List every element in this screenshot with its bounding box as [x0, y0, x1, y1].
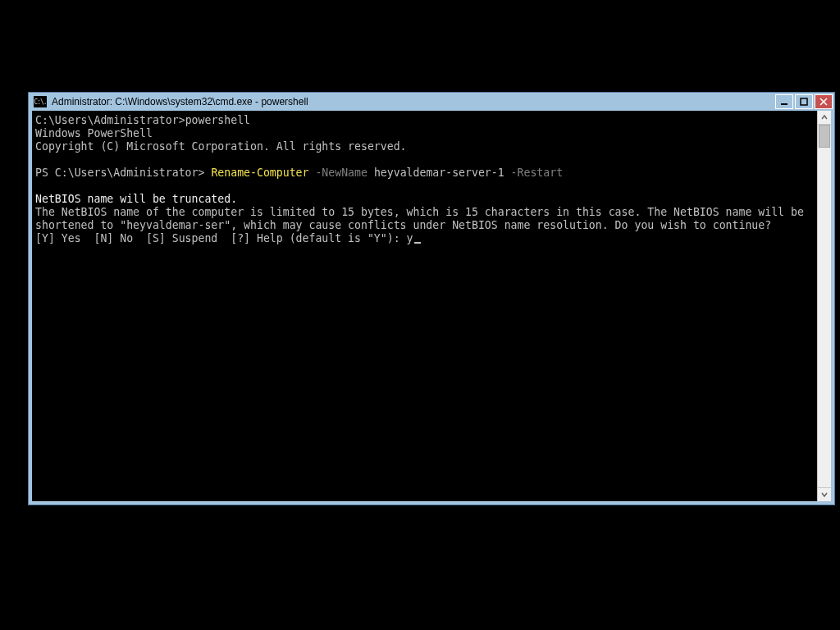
svg-rect-1	[801, 98, 807, 105]
ps-banner-1: Windows PowerShell	[35, 127, 153, 139]
svg-rect-0	[781, 103, 788, 105]
minimize-icon	[780, 98, 788, 106]
ps-param-newname: -NewName	[308, 167, 367, 179]
scroll-thumb[interactable]	[819, 125, 830, 148]
chevron-up-icon	[821, 114, 828, 121]
terminal-output[interactable]: C:\Users\Administrator>powershell Window…	[32, 111, 817, 501]
choice-answer: y	[407, 232, 413, 244]
chevron-down-icon	[821, 491, 828, 498]
cmd-window: C:\. Administrator: C:\Windows\system32\…	[28, 92, 835, 505]
vertical-scrollbar[interactable]	[817, 111, 831, 501]
ps-cmdlet: Rename-Computer	[211, 167, 308, 179]
minimize-button[interactable]	[775, 94, 793, 109]
ps-param-restart: -Restart	[504, 167, 563, 179]
maximize-icon	[800, 98, 808, 106]
scroll-down-button[interactable]	[818, 487, 831, 501]
maximize-button[interactable]	[795, 94, 813, 109]
warning-body: The NetBIOS name of the computer is limi…	[35, 206, 810, 231]
warning-heading: NetBIOS name will be truncated.	[35, 193, 237, 205]
titlebar[interactable]: C:\. Administrator: C:\Windows\system32\…	[29, 93, 834, 111]
cmd-icon: C:\.	[34, 96, 47, 107]
ps-banner-2: Copyright (C) Microsoft Corporation. All…	[35, 140, 407, 153]
window-title: Administrator: C:\Windows\system32\cmd.e…	[52, 96, 774, 107]
client-area: C:\Users\Administrator>powershell Window…	[29, 111, 834, 504]
text-cursor	[414, 242, 421, 244]
close-icon	[819, 98, 828, 106]
scroll-track[interactable]	[818, 125, 831, 487]
scroll-up-button[interactable]	[818, 111, 831, 125]
close-button[interactable]	[815, 94, 833, 109]
cmd-prompt-1: C:\Users\Administrator>	[35, 114, 185, 126]
ps-arg-newname: heyvaldemar-server-1	[368, 167, 504, 179]
cmd-input-1: powershell	[185, 114, 250, 126]
ps-prompt: PS C:\Users\Administrator>	[35, 167, 211, 179]
choice-prompt: [Y] Yes [N] No [S] Suspend [?] Help (def…	[35, 232, 407, 244]
